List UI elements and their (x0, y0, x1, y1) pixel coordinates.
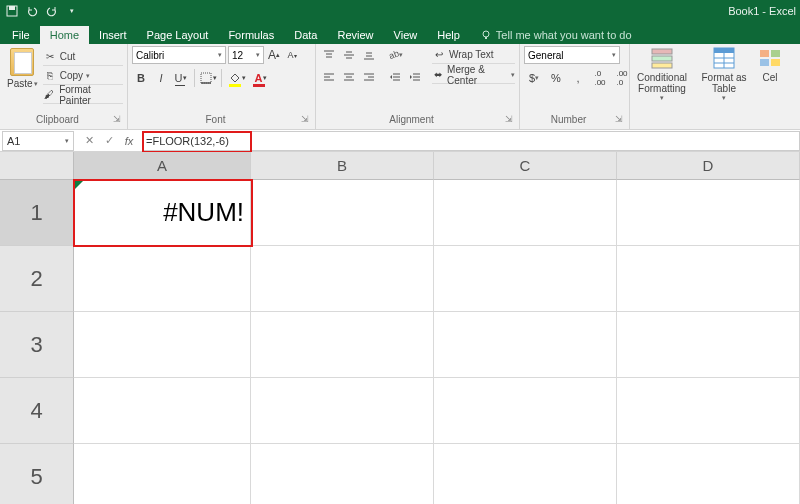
col-header-d[interactable]: D (617, 152, 800, 180)
svg-rect-41 (760, 59, 769, 66)
cell-b1[interactable] (251, 180, 434, 245)
cell-b4[interactable] (251, 378, 434, 443)
qat-customize-icon[interactable]: ▾ (64, 3, 80, 19)
paste-button[interactable]: Paste▾ (4, 46, 41, 89)
tab-insert[interactable]: Insert (89, 26, 137, 44)
fill-color-button[interactable]: ▾ (226, 68, 248, 88)
cell-c1[interactable] (434, 180, 617, 245)
align-right-button[interactable] (360, 68, 378, 86)
cell-d5[interactable] (617, 444, 800, 504)
cell-c4[interactable] (434, 378, 617, 443)
cell-b5[interactable] (251, 444, 434, 504)
tab-file[interactable]: File (2, 26, 40, 44)
cell-b3[interactable] (251, 312, 434, 377)
increase-indent-button[interactable] (406, 68, 424, 86)
cell-a4[interactable] (74, 378, 251, 443)
column-headers: A B C D (74, 152, 800, 180)
row-header-5[interactable]: 5 (0, 444, 74, 504)
format-painter-button[interactable]: 🖌Format Painter (43, 86, 123, 104)
svg-rect-39 (760, 50, 769, 57)
conditional-icon (650, 46, 674, 70)
merge-center-button[interactable]: ⬌Merge & Center▾ (432, 66, 515, 84)
cell-a5[interactable] (74, 444, 251, 504)
conditional-formatting-button[interactable]: Conditional Formatting▾ (634, 46, 690, 102)
tab-formulas[interactable]: Formulas (218, 26, 284, 44)
font-color-button[interactable]: A▾ (250, 68, 272, 88)
cell-a1[interactable]: #NUM! (74, 180, 251, 245)
comma-button[interactable]: , (568, 68, 588, 88)
align-top-button[interactable] (320, 46, 338, 64)
svg-rect-35 (714, 48, 734, 53)
increase-font-button[interactable]: A▴ (266, 46, 282, 64)
merge-label: Merge & Center (447, 64, 508, 86)
orientation-button[interactable]: ab▾ (386, 46, 404, 64)
format-as-table-button[interactable]: Format as Table▾ (696, 46, 752, 102)
cell-d2[interactable] (617, 246, 800, 311)
cell-styles-icon (758, 46, 782, 70)
cell-a2[interactable] (74, 246, 251, 311)
number-format-select[interactable]: General▾ (524, 46, 620, 64)
cell-d4[interactable] (617, 378, 800, 443)
decrease-font-button[interactable]: A▾ (284, 46, 300, 64)
increase-decimal-button[interactable]: .0.00 (590, 68, 610, 88)
col-header-c[interactable]: C (434, 152, 617, 180)
copy-button[interactable]: ⎘Copy▾ (43, 67, 123, 85)
cell-c5[interactable] (434, 444, 617, 504)
cut-button[interactable]: ✂Cut (43, 48, 123, 66)
clipboard-launcher-icon[interactable]: ⇲ (111, 114, 123, 124)
paste-icon (10, 48, 34, 76)
redo-icon[interactable] (44, 3, 60, 19)
cell-d3[interactable] (617, 312, 800, 377)
name-box[interactable]: A1▾ (2, 131, 74, 151)
cancel-formula-icon[interactable]: ✕ (82, 134, 96, 147)
percent-button[interactable]: % (546, 68, 566, 88)
italic-button[interactable]: I (152, 68, 170, 88)
align-bottom-button[interactable] (360, 46, 378, 64)
tab-home[interactable]: Home (40, 26, 89, 44)
underline-button[interactable]: U▾ (172, 68, 190, 88)
align-center-button[interactable] (340, 68, 358, 86)
copy-icon: ⎘ (43, 69, 57, 83)
tab-data[interactable]: Data (284, 26, 327, 44)
tab-help[interactable]: Help (427, 26, 470, 44)
font-name-select[interactable]: Calibri▾ (132, 46, 226, 64)
svg-rect-31 (652, 49, 672, 54)
align-middle-button[interactable] (340, 46, 358, 64)
font-launcher-icon[interactable]: ⇲ (299, 114, 311, 124)
tab-view[interactable]: View (384, 26, 428, 44)
number-launcher-icon[interactable]: ⇲ (613, 114, 625, 124)
cell-styles-label: Cel (762, 72, 777, 83)
col-header-b[interactable]: B (251, 152, 434, 180)
alignment-launcher-icon[interactable]: ⇲ (503, 114, 515, 124)
row-header-1[interactable]: 1 (0, 180, 74, 246)
cell-styles-button[interactable]: Cel (758, 46, 782, 83)
ribbon-tabs: File Home Insert Page Layout Formulas Da… (0, 22, 800, 44)
fx-icon[interactable]: fx (122, 135, 136, 147)
cell-c3[interactable] (434, 312, 617, 377)
tab-review[interactable]: Review (327, 26, 383, 44)
formula-input[interactable]: =FLOOR(132,-6) (142, 131, 800, 151)
cell-a3[interactable] (74, 312, 251, 377)
cell-c2[interactable] (434, 246, 617, 311)
col-header-a[interactable]: A (74, 152, 251, 180)
enter-formula-icon[interactable]: ✓ (102, 134, 116, 147)
tell-me-search[interactable]: Tell me what you want to do (470, 26, 642, 44)
bucket-icon (229, 73, 241, 83)
row-header-2[interactable]: 2 (0, 246, 74, 312)
row-header-4[interactable]: 4 (0, 378, 74, 444)
borders-button[interactable]: ▾ (199, 68, 217, 88)
currency-button[interactable]: $▾ (524, 68, 544, 88)
cell-d1[interactable] (617, 180, 800, 245)
save-icon[interactable] (4, 3, 20, 19)
wrap-text-button[interactable]: ↩Wrap Text (432, 46, 515, 64)
decrease-decimal-button[interactable]: .00.0 (612, 68, 632, 88)
decrease-indent-button[interactable] (386, 68, 404, 86)
font-size-select[interactable]: 12▾ (228, 46, 264, 64)
align-left-button[interactable] (320, 68, 338, 86)
undo-icon[interactable] (24, 3, 40, 19)
select-all-corner[interactable] (0, 152, 74, 180)
row-header-3[interactable]: 3 (0, 312, 74, 378)
cell-b2[interactable] (251, 246, 434, 311)
bold-button[interactable]: B (132, 68, 150, 88)
tab-page-layout[interactable]: Page Layout (137, 26, 219, 44)
